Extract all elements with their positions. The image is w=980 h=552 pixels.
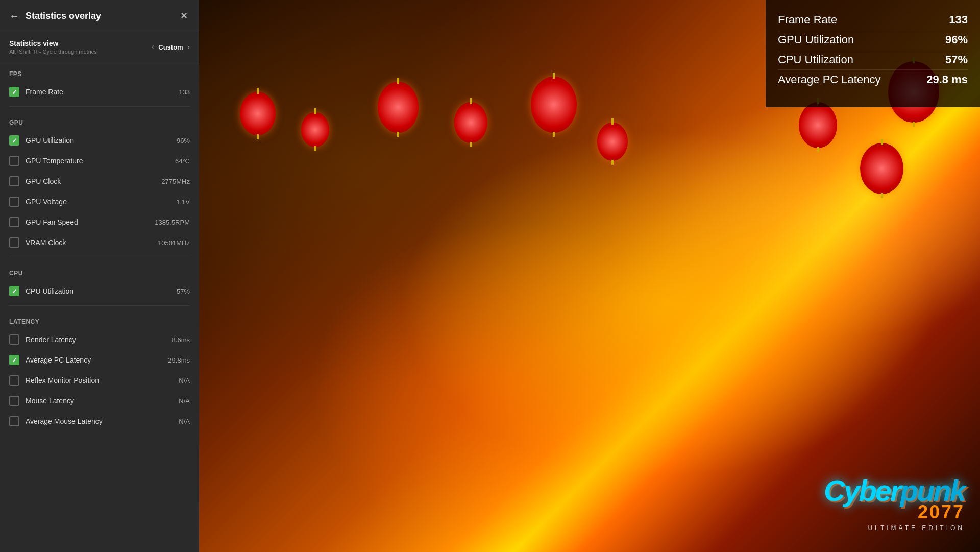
metric-value-gpu-fan-speed: 1385.5RPM <box>149 219 190 226</box>
prev-view-button[interactable]: ‹ <box>152 42 154 52</box>
lantern-1 <box>240 92 276 135</box>
game-stats-overlay: Frame Rate 133 GPU Utilization 96% CPU U… <box>766 0 980 107</box>
metric-name-gpu-temperature: GPU Temperature <box>26 157 143 165</box>
lantern-2 <box>301 112 329 147</box>
metric-name-gpu-voltage: GPU Voltage <box>26 198 143 206</box>
checkbox-gpu-utilization[interactable] <box>9 135 19 146</box>
section-fps: FPS <box>0 62 199 82</box>
overlay-row-gpu-util: GPU Utilization 96% <box>778 30 968 50</box>
close-button[interactable]: ✕ <box>178 8 190 23</box>
next-view-button[interactable]: › <box>187 42 190 52</box>
overlay-value-pc-latency: 29.8 ms <box>926 73 968 86</box>
checkbox-avg-mouse-latency[interactable] <box>9 416 19 426</box>
metric-name-gpu-fan-speed: GPU Fan Speed <box>26 218 143 226</box>
metric-row-mouse-latency[interactable]: Mouse Latency N/A <box>0 391 199 411</box>
section-gpu: GPU <box>0 111 199 130</box>
checkbox-reflex-monitor[interactable] <box>9 375 19 386</box>
overlay-row-cpu-util: CPU Utilization 57% <box>778 50 968 70</box>
overlay-label-gpu-util: GPU Utilization <box>778 33 854 46</box>
checkbox-render-latency[interactable] <box>9 334 19 345</box>
metric-name-avg-pc-latency: Average PC Latency <box>26 356 143 364</box>
overlay-label-cpu-util: CPU Utilization <box>778 53 853 66</box>
checkbox-gpu-temperature[interactable] <box>9 156 19 166</box>
metric-value-gpu-voltage: 1.1V <box>149 198 190 206</box>
metric-value-vram-clock: 10501MHz <box>149 239 190 247</box>
left-panel: ← Statistics overlay ✕ Statistics view A… <box>0 0 199 552</box>
lantern-3 <box>378 82 419 133</box>
panel-header: ← Statistics overlay ✕ <box>0 0 199 32</box>
metric-name-avg-mouse-latency: Average Mouse Latency <box>26 417 143 425</box>
metric-value-reflex-monitor: N/A <box>149 377 190 385</box>
panel-title: Statistics overlay <box>26 11 178 21</box>
stats-view-row: Statistics view Alt+Shift+R - Cycle thro… <box>0 32 199 62</box>
metric-value-frame-rate: 133 <box>149 88 190 96</box>
section-cpu: CPU <box>0 261 199 281</box>
metric-name-vram-clock: VRAM Clock <box>26 238 143 247</box>
metric-value-gpu-utilization: 96% <box>149 137 190 145</box>
section-latency: Latency <box>0 310 199 329</box>
overlay-label-frame-rate: Frame Rate <box>778 13 837 27</box>
metric-value-avg-pc-latency: 29.8ms <box>149 356 190 364</box>
metric-row-gpu-fan-speed[interactable]: GPU Fan Speed 1385.5RPM <box>0 212 199 232</box>
checkbox-mouse-latency[interactable] <box>9 396 19 406</box>
stats-view-label: Statistics view Alt+Shift+R - Cycle thro… <box>9 39 152 55</box>
checkbox-avg-pc-latency[interactable] <box>9 355 19 365</box>
overlay-label-pc-latency: Average PC Latency <box>778 73 880 86</box>
metric-name-mouse-latency: Mouse Latency <box>26 397 143 405</box>
overlay-value-gpu-util: 96% <box>945 33 968 46</box>
metric-row-avg-mouse-latency[interactable]: Average Mouse Latency N/A <box>0 411 199 431</box>
metric-name-cpu-utilization: CPU Utilization <box>26 287 143 295</box>
current-view-label: Custom <box>158 43 183 51</box>
metric-row-cpu-utilization[interactable]: CPU Utilization 57% <box>0 281 199 301</box>
overlay-row-pc-latency: Average PC Latency 29.8 ms <box>778 70 968 89</box>
checkbox-gpu-fan-speed[interactable] <box>9 217 19 227</box>
stats-view-subtitle: Alt+Shift+R - Cycle through metrics <box>9 49 152 55</box>
metric-row-vram-clock[interactable]: VRAM Clock 10501MHz <box>0 232 199 253</box>
checkbox-cpu-utilization[interactable] <box>9 286 19 296</box>
metric-value-mouse-latency: N/A <box>149 397 190 405</box>
metric-name-gpu-clock: GPU Clock <box>26 177 143 185</box>
metric-value-render-latency: 8.6ms <box>149 336 190 344</box>
panel-content: FPS Frame Rate 133 GPU GPU Utilization 9… <box>0 62 199 552</box>
cyberpunk-logo: Cyberpunk 2077 ULTIMATE EDITION <box>824 476 965 532</box>
lantern-4 <box>454 102 487 143</box>
metric-value-cpu-utilization: 57% <box>149 287 190 295</box>
lantern-5 <box>531 77 577 133</box>
divider-cpu-latency <box>9 305 190 306</box>
metric-row-gpu-clock[interactable]: GPU Clock 2775MHz <box>0 171 199 191</box>
metric-value-gpu-temperature: 64°C <box>149 157 190 165</box>
metric-value-gpu-clock: 2775MHz <box>149 178 190 185</box>
metric-row-render-latency[interactable]: Render Latency 8.6ms <box>0 329 199 350</box>
stats-view-title: Statistics view <box>9 39 152 47</box>
metric-row-reflex-monitor[interactable]: Reflex Monitor Position N/A <box>0 370 199 391</box>
checkbox-gpu-clock[interactable] <box>9 176 19 186</box>
metric-row-frame-rate[interactable]: Frame Rate 133 <box>0 82 199 102</box>
metric-name-frame-rate: Frame Rate <box>26 88 143 96</box>
overlay-value-frame-rate: 133 <box>949 13 968 27</box>
checkbox-vram-clock[interactable] <box>9 237 19 248</box>
lantern-8 <box>860 143 903 194</box>
checkbox-frame-rate[interactable] <box>9 87 19 97</box>
lantern-6 <box>597 123 628 161</box>
metric-name-render-latency: Render Latency <box>26 335 143 344</box>
metric-name-reflex-monitor: Reflex Monitor Position <box>26 376 143 385</box>
divider-fps-gpu <box>9 106 190 107</box>
metric-value-avg-mouse-latency: N/A <box>149 418 190 425</box>
metric-row-gpu-temperature[interactable]: GPU Temperature 64°C <box>0 151 199 171</box>
metric-row-gpu-utilization[interactable]: GPU Utilization 96% <box>0 130 199 151</box>
checkbox-gpu-voltage[interactable] <box>9 197 19 207</box>
divider-gpu-cpu <box>9 257 190 257</box>
lantern-9 <box>799 102 837 148</box>
metric-row-avg-pc-latency[interactable]: Average PC Latency 29.8ms <box>0 350 199 370</box>
overlay-row-frame-rate: Frame Rate 133 <box>778 10 968 30</box>
cyberpunk-edition: ULTIMATE EDITION <box>824 524 965 532</box>
back-button[interactable]: ← <box>9 10 19 22</box>
metric-name-gpu-utilization: GPU Utilization <box>26 136 143 145</box>
overlay-value-cpu-util: 57% <box>945 53 968 66</box>
game-background: Frame Rate 133 GPU Utilization 96% CPU U… <box>199 0 980 552</box>
metric-row-gpu-voltage[interactable]: GPU Voltage 1.1V <box>0 191 199 212</box>
nav-arrows: ‹ Custom › <box>152 42 190 52</box>
